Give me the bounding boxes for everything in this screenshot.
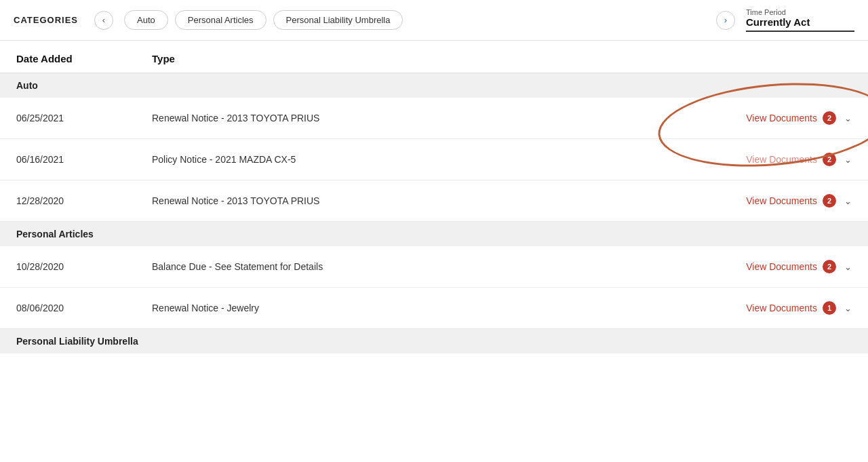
- view-documents-link[interactable]: View Documents: [746, 303, 817, 313]
- table-area: Date Added Type Auto 06/25/2021 Renewal …: [0, 41, 868, 353]
- time-period-value: Currently Act: [746, 16, 810, 28]
- cell-date: 06/16/2021: [16, 154, 152, 165]
- chevron-down-icon[interactable]: ⌄: [844, 196, 852, 206]
- cell-type: Renewal Notice - Jewelry: [152, 303, 716, 313]
- cell-action: View Documents 2 ⌄: [716, 194, 852, 208]
- document-count-badge: 2: [823, 194, 836, 208]
- section-personal-articles: Personal Articles: [0, 222, 868, 246]
- tabs-container: Auto Personal Articles Personal Liabilit…: [124, 10, 705, 30]
- cell-action: View Documents 2 ⌄: [716, 153, 852, 166]
- cell-type: Policy Notice - 2021 MAZDA CX-5: [152, 154, 716, 165]
- time-period-section: Time Period Currently Act: [746, 8, 854, 32]
- cell-action: View Documents 1 ⌄: [716, 301, 852, 315]
- table-row: 10/28/2020 Balance Due - See Statement f…: [0, 246, 868, 288]
- document-count-badge: 2: [823, 153, 836, 166]
- cell-type: Balance Due - See Statement for Details: [152, 261, 716, 272]
- view-documents-link[interactable]: View Documents: [746, 154, 817, 165]
- table-header: Date Added Type: [0, 41, 868, 73]
- cell-action: View Documents 2 ⌄: [716, 260, 852, 273]
- table-row: 12/28/2020 Renewal Notice - 2013 TOYOTA …: [0, 180, 868, 222]
- view-documents-link[interactable]: View Documents: [746, 195, 817, 206]
- chevron-down-icon[interactable]: ⌄: [844, 262, 852, 272]
- time-period-label: Time Period: [746, 8, 854, 16]
- table-row: 06/25/2021 Renewal Notice - 2013 TOYOTA …: [0, 98, 868, 139]
- document-count-badge: 1: [823, 301, 836, 315]
- table-row: 08/06/2020 Renewal Notice - Jewelry View…: [0, 288, 868, 329]
- categories-label: CATEGORIES: [14, 15, 78, 25]
- nav-next-button[interactable]: ›: [716, 11, 735, 30]
- cell-date: 08/06/2020: [16, 303, 152, 313]
- cell-date: 06/25/2021: [16, 113, 152, 123]
- tab-personal-articles[interactable]: Personal Articles: [175, 10, 267, 30]
- chevron-down-icon[interactable]: ⌄: [844, 155, 852, 165]
- tab-personal-liability-umbrella[interactable]: Personal Liability Umbrella: [273, 10, 403, 30]
- nav-prev-button[interactable]: ‹: [94, 11, 113, 30]
- document-count-badge: 2: [823, 111, 836, 125]
- cell-date: 12/28/2020: [16, 195, 152, 206]
- cell-type: Renewal Notice - 2013 TOYOTA PRIUS: [152, 113, 716, 123]
- cell-type: Renewal Notice - 2013 TOYOTA PRIUS: [152, 195, 716, 206]
- col-action-header: [716, 53, 852, 64]
- document-count-badge: 2: [823, 260, 836, 273]
- section-auto: Auto: [0, 73, 868, 98]
- cell-date: 10/28/2020: [16, 261, 152, 272]
- tab-auto[interactable]: Auto: [124, 10, 168, 30]
- col-date-header: Date Added: [16, 53, 152, 64]
- view-documents-link[interactable]: View Documents: [746, 261, 817, 272]
- chevron-down-icon[interactable]: ⌄: [844, 113, 852, 123]
- section-personal-liability-umbrella: Personal Liability Umbrella: [0, 329, 868, 353]
- chevron-down-icon[interactable]: ⌄: [844, 303, 852, 313]
- view-documents-link[interactable]: View Documents: [746, 113, 817, 123]
- table-row: 06/16/2021 Policy Notice - 2021 MAZDA CX…: [0, 139, 868, 180]
- col-type-header: Type: [152, 53, 716, 64]
- cell-action: View Documents 2 ⌄: [716, 111, 852, 125]
- header: CATEGORIES ‹ Auto Personal Articles Pers…: [0, 0, 868, 41]
